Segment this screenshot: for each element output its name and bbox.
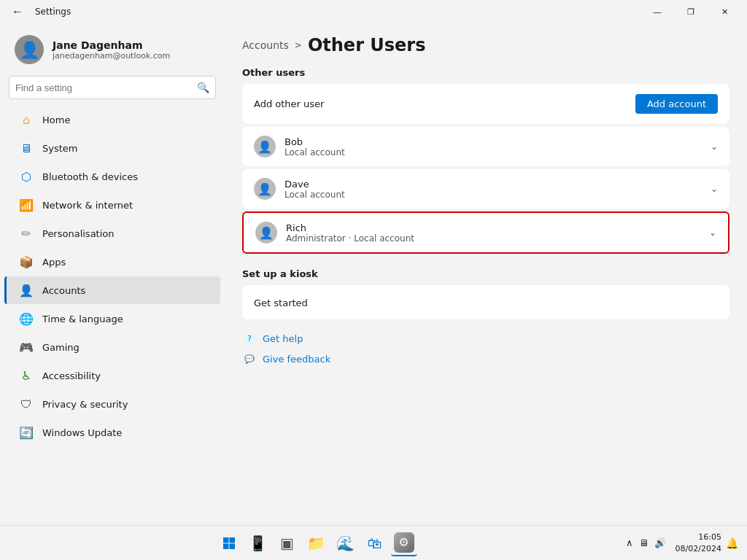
breadcrumb-separator: >	[295, 40, 302, 50]
sidebar-item-label-update: Windows Update	[42, 427, 122, 438]
user-info-dave: DaveLocal account	[285, 179, 702, 200]
breadcrumb: Accounts > Other Users	[242, 35, 729, 55]
back-button[interactable]: ←	[6, 2, 29, 21]
sidebar-item-update[interactable]: 🔄Windows Update	[4, 419, 220, 446]
add-account-button[interactable]: Add account	[635, 94, 718, 114]
user-type-rich: Administrator · Local account	[286, 233, 700, 244]
search-container: 🔍	[0, 73, 225, 105]
taskbar-edge-icon[interactable]: 🌊	[333, 530, 359, 556]
breadcrumb-parent[interactable]: Accounts	[242, 39, 289, 51]
user-name-rich: Rich	[286, 222, 700, 233]
user-info-rich: RichAdministrator · Local account	[286, 222, 700, 244]
taskbar-volume-icon[interactable]: 🔊	[652, 536, 668, 550]
taskbar-task-view-icon[interactable]: ▣	[274, 530, 301, 556]
sidebar-nav: ⌂Home🖥System⬡Bluetooth & devices📶Network…	[0, 105, 225, 447]
sidebar-item-label-gaming: Gaming	[42, 342, 80, 353]
system-icon: 🖥	[19, 141, 34, 155]
user-avatar-rich: 👤	[255, 222, 277, 244]
give-feedback-row[interactable]: 💬 Give feedback	[242, 351, 729, 366]
chevron-down-icon: ⌄	[711, 141, 718, 152]
privacy-icon: 🛡	[19, 397, 34, 411]
search-input[interactable]	[15, 82, 193, 93]
taskbar-date: 08/02/2024	[676, 543, 721, 554]
user-row-dave[interactable]: 👤DaveLocal account⌄	[242, 169, 729, 209]
bluetooth-icon: ⬡	[19, 169, 34, 184]
app-body: 👤 Jane Dagenham janedagenham@outlook.com…	[0, 23, 747, 525]
profile-name: Jane Dagenham	[53, 39, 170, 51]
titlebar: ← Settings — ❐ ✕	[0, 0, 747, 23]
taskbar-sys-icons: ∧ 🖥 🔊	[624, 536, 668, 550]
taskbar-time-date[interactable]: 16:05 08/02/2024	[676, 532, 721, 554]
chevron-down-icon: ⌄	[709, 228, 716, 238]
sidebar-item-gaming[interactable]: 🎮Gaming	[4, 333, 220, 361]
user-avatar-dave: 👤	[254, 178, 276, 200]
user-type-dave: Local account	[285, 190, 702, 200]
sidebar-item-accounts[interactable]: 👤Accounts	[4, 276, 220, 304]
help-links: ? Get help 💬 Give feedback	[242, 331, 729, 366]
svg-rect-2	[223, 543, 229, 549]
personalisation-icon: ✏	[19, 226, 34, 241]
taskbar-file-explorer-icon[interactable]: 📁	[303, 530, 330, 556]
give-feedback-link[interactable]: Give feedback	[263, 354, 330, 365]
user-name-bob: Bob	[285, 136, 702, 147]
svg-rect-1	[229, 537, 235, 543]
sidebar-item-label-apps: Apps	[42, 257, 66, 268]
avatar-icon: 👤	[20, 41, 39, 59]
profile-section[interactable]: 👤 Jane Dagenham janedagenham@outlook.com	[0, 23, 225, 73]
home-icon: ⌂	[19, 112, 34, 127]
sidebar-item-label-privacy: Privacy & security	[42, 399, 128, 410]
taskbar-right: ∧ 🖥 🔊 16:05 08/02/2024 🔔	[624, 532, 738, 554]
close-button[interactable]: ✕	[708, 0, 741, 23]
sidebar-item-label-accounts: Accounts	[42, 285, 85, 296]
accessibility-icon: ♿	[19, 368, 34, 383]
maximize-button[interactable]: ❐	[674, 0, 708, 23]
taskbar-windows-icon[interactable]	[216, 530, 242, 556]
sidebar-item-accessibility[interactable]: ♿Accessibility	[4, 362, 220, 389]
main-content: Accounts > Other Users Other users Add o…	[225, 23, 747, 525]
taskbar-time: 16:05	[676, 532, 721, 542]
taskbar-store-icon[interactable]: 🛍	[362, 530, 388, 556]
sidebar-item-personalisation[interactable]: ✏Personalisation	[4, 219, 220, 247]
user-row-rich[interactable]: 👤RichAdministrator · Local account⌄	[242, 211, 729, 254]
other-users-section-label: Other users	[242, 67, 729, 78]
user-row-bob[interactable]: 👤BobLocal account⌄	[242, 127, 729, 166]
svg-rect-3	[229, 543, 235, 549]
sidebar-item-label-accessibility: Accessibility	[42, 370, 101, 381]
sidebar-item-label-network: Network & internet	[42, 200, 133, 211]
taskbar-settings-app-icon[interactable]: ⚙	[391, 530, 417, 556]
user-avatar-icon: 👤	[259, 226, 274, 240]
sidebar: 👤 Jane Dagenham janedagenham@outlook.com…	[0, 23, 225, 525]
minimize-button[interactable]: —	[640, 0, 674, 23]
sidebar-item-privacy[interactable]: 🛡Privacy & security	[4, 390, 220, 418]
get-help-icon: ?	[242, 331, 257, 346]
get-help-row[interactable]: ? Get help	[242, 331, 729, 346]
sidebar-item-label-home: Home	[42, 114, 70, 125]
user-info-bob: BobLocal account	[285, 136, 702, 158]
search-box[interactable]: 🔍	[9, 76, 216, 99]
taskbar-phone-link-icon[interactable]: 📱	[245, 530, 271, 556]
give-feedback-icon: 💬	[242, 351, 257, 366]
network-icon: 📶	[19, 198, 34, 212]
sidebar-item-network[interactable]: 📶Network & internet	[4, 191, 220, 219]
user-avatar-bob: 👤	[254, 136, 276, 158]
taskbar-chevron-icon[interactable]: ∧	[624, 536, 635, 550]
kiosk-card[interactable]: Get started	[242, 285, 729, 319]
taskbar-display-icon[interactable]: 🖥	[637, 536, 651, 550]
user-avatar-icon: 👤	[258, 140, 272, 154]
sidebar-item-home[interactable]: ⌂Home	[4, 106, 220, 133]
sidebar-item-apps[interactable]: 📦Apps	[4, 248, 220, 276]
sidebar-item-label-personalisation: Personalisation	[42, 228, 115, 239]
sidebar-item-label-system: System	[42, 143, 77, 154]
accounts-icon: 👤	[19, 283, 34, 298]
update-icon: 🔄	[19, 425, 34, 440]
notification-icon[interactable]: 🔔	[726, 537, 738, 549]
sidebar-item-bluetooth[interactable]: ⬡Bluetooth & devices	[4, 163, 220, 190]
add-other-user-label: Add other user	[254, 98, 324, 109]
breadcrumb-current: Other Users	[308, 35, 426, 55]
get-help-link[interactable]: Get help	[263, 333, 303, 344]
time-icon: 🌐	[19, 311, 34, 326]
sidebar-item-system[interactable]: 🖥System	[4, 134, 220, 162]
sidebar-item-time[interactable]: 🌐Time & language	[4, 305, 220, 332]
user-avatar-icon: 👤	[258, 182, 272, 196]
get-started-label: Get started	[254, 298, 308, 308]
